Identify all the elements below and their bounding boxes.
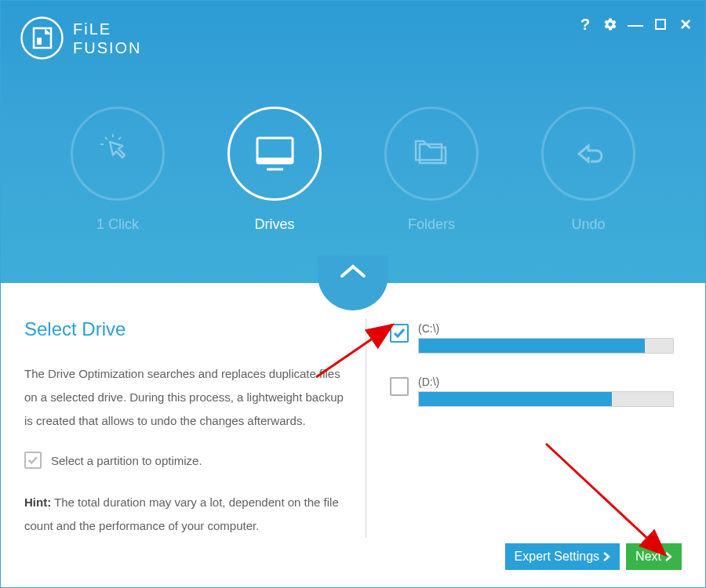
click-icon [94, 130, 141, 177]
drive-usage-bar [418, 338, 674, 354]
undo-icon [565, 130, 612, 177]
expert-settings-button[interactable]: Expert Settings [505, 543, 620, 570]
maximize-icon[interactable] [653, 16, 668, 32]
chevron-right-icon [664, 551, 672, 562]
svg-line-4 [105, 137, 107, 140]
nav-drives[interactable]: Drives [227, 107, 322, 233]
chevron-up-icon [337, 262, 369, 281]
description-text: The Drive Optimization searches and repl… [24, 362, 350, 433]
app-logo: FiLE FUSION [20, 16, 142, 60]
minimize-icon[interactable]: — [628, 16, 643, 32]
drive-row: (D:\) [390, 376, 674, 407]
instruction-text: Select a partition to optimize. [51, 454, 202, 467]
drive-label: (C:\) [418, 322, 674, 335]
nav-folders[interactable]: Folders [384, 107, 479, 233]
svg-rect-9 [257, 158, 293, 163]
monitor-icon [249, 129, 300, 180]
svg-rect-3 [656, 20, 665, 29]
drive-label: (D:\) [418, 376, 674, 388]
drive-row: (C:\) [390, 322, 674, 354]
close-icon[interactable]: × [678, 16, 693, 32]
logo-icon [20, 16, 64, 60]
hint-text: Hint: The total duration may vary a lot,… [24, 491, 350, 538]
folder-icon [408, 130, 455, 177]
chevron-right-icon [602, 551, 610, 562]
app-header: FiLE FUSION ? — × [1, 1, 705, 283]
nav-undo[interactable]: Undo [541, 107, 635, 233]
drive-checkbox-d[interactable] [390, 377, 409, 396]
svg-rect-2 [37, 38, 42, 45]
drive-checkbox-c[interactable] [390, 324, 409, 343]
help-icon[interactable]: ? [577, 16, 593, 32]
svg-line-7 [118, 137, 121, 140]
nav-1click[interactable]: 1 Click [71, 107, 165, 233]
svg-rect-1 [34, 28, 51, 48]
instruction-checkbox-icon [24, 452, 42, 469]
section-title: Select Drive [24, 318, 350, 340]
next-button[interactable]: Next [626, 543, 682, 570]
gear-icon[interactable] [602, 16, 618, 32]
svg-point-0 [22, 18, 63, 59]
drive-usage-bar [418, 391, 674, 407]
